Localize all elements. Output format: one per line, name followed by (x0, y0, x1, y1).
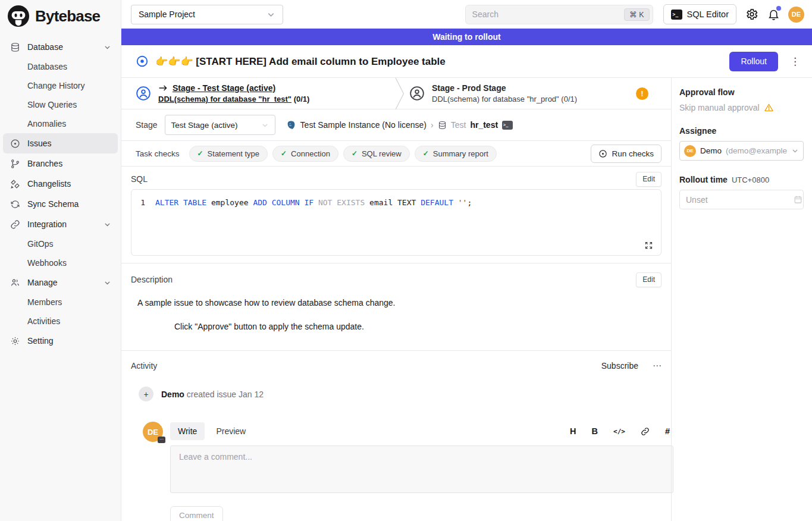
stage-label: Stage (136, 120, 158, 130)
approval-flow-title: Approval flow (679, 87, 804, 97)
timezone-label: UTC+0800 (732, 175, 769, 184)
description-paragraph: Click "Approve" button to apply the sche… (174, 321, 661, 332)
rollout-button[interactable]: Rollout (729, 52, 778, 71)
stage-name[interactable]: Stage - Prod Stage (432, 83, 577, 93)
run-checks-button[interactable]: Run checks (591, 145, 661, 163)
sql-statement: ALTER TABLE employee ADD COLUMN IF NOT E… (155, 197, 472, 209)
activity-label: Activity (131, 361, 157, 371)
sidebar-item-databases[interactable]: Databases (3, 57, 118, 76)
search-box[interactable]: ⌘ K (465, 5, 653, 24)
sidebar-item-members[interactable]: Members (3, 293, 118, 312)
tab-write[interactable]: Write (170, 422, 205, 440)
check-pill-summary-report[interactable]: ✓Summary report (415, 146, 497, 162)
bytebase-logo[interactable]: Bytebase (0, 0, 121, 32)
activity-date: Jan 12 (239, 390, 264, 399)
sidebar-item-change-history[interactable]: Change History (3, 76, 118, 95)
git-branch-icon (10, 158, 20, 169)
assignee-avatar: DE (684, 145, 696, 157)
database-cylinder-icon (438, 121, 447, 130)
description-edit-button[interactable]: Edit (636, 272, 661, 287)
sidebar-item-anomalies[interactable]: Anomalies (3, 114, 118, 133)
sidebar-item-database[interactable]: Database (3, 37, 118, 57)
link-format-icon[interactable] (641, 427, 650, 436)
rollout-time-input[interactable] (686, 195, 794, 205)
chevron-right-icon: › (431, 120, 434, 130)
assignee-email: (demo@example (726, 146, 787, 155)
issue-title: 👉👉👉 [START HERE] Add email column to Emp… (155, 55, 446, 68)
notification-bell-icon[interactable] (767, 8, 780, 21)
sql-edit-button[interactable]: Edit (636, 172, 661, 187)
stage-card-prod[interactable]: Stage - Prod Stage DDL(schema) for datab… (400, 83, 671, 103)
comment-submit-button[interactable]: Comment (170, 506, 223, 521)
sidebar-item-integration[interactable]: Integration (3, 214, 118, 234)
stage-name[interactable]: Stage - Test Stage (active) (173, 83, 275, 93)
hash-format-icon[interactable]: # (665, 426, 670, 436)
sql-editor-button[interactable]: >_ SQL Editor (663, 4, 736, 24)
stage-separator (395, 78, 405, 109)
more-options-icon[interactable]: ⋯ (653, 360, 661, 371)
issue-status-icon (136, 55, 149, 68)
run-checks-icon (598, 149, 607, 158)
sidebar-item-sync-schema[interactable]: Sync Schema (3, 194, 118, 214)
speech-bubble-badge: ⋯ (158, 437, 165, 443)
check-icon: ✓ (281, 149, 287, 158)
check-pill-sql-review[interactable]: ✓SQL review (343, 146, 410, 162)
activity-actor: Demo (161, 390, 184, 399)
kebab-menu-icon[interactable]: ⋮ (790, 55, 800, 68)
tab-preview[interactable]: Preview (208, 422, 253, 440)
users-icon (10, 277, 20, 288)
bold-format-icon[interactable]: B (592, 426, 598, 436)
comment-input[interactable] (170, 445, 673, 493)
sql-code-block[interactable]: 1 ALTER TABLE employee ADD COLUMN IF NOT… (131, 189, 661, 256)
arrow-right-icon (158, 84, 168, 92)
sidebar-item-setting[interactable]: Setting (3, 331, 118, 351)
assignee-select[interactable]: DE Demo (demo@example (679, 141, 804, 161)
main-area: Stage - Test Stage (active) DDL(schema) … (121, 78, 812, 521)
stage-select[interactable]: Test Stage (active) (165, 115, 275, 135)
stage-progress: (0/1) (294, 95, 310, 103)
heading-format-icon[interactable]: H (570, 426, 576, 436)
check-icon: ✓ (352, 149, 358, 158)
database-name[interactable]: hr_test (470, 120, 498, 130)
stage-card-test[interactable]: Stage - Test Stage (active) DDL(schema) … (121, 83, 400, 103)
notification-dot (776, 6, 781, 11)
project-select[interactable]: Sample Project (131, 5, 283, 24)
main-column: Stage - Test Stage (active) DDL(schema) … (121, 78, 671, 521)
activity-action: created issue (187, 390, 236, 399)
search-shortcut-badge: ⌘ K (624, 8, 649, 21)
rollout-time-field[interactable] (679, 190, 804, 209)
subscribe-link[interactable]: Subscribe (601, 361, 638, 371)
assignee-label: Assignee (679, 126, 804, 136)
instance-name[interactable]: Test Sample Instance (No license) (300, 120, 427, 130)
stage-task-link[interactable]: DDL(schema) for database "hr_test" (158, 95, 291, 103)
gear-icon (10, 335, 20, 346)
sidebar-item-webhooks[interactable]: Webhooks (3, 253, 118, 272)
settings-gear-icon[interactable] (745, 8, 758, 21)
sidebar-item-issues[interactable]: Issues (3, 133, 118, 153)
sidebar-item-activities[interactable]: Activities (3, 312, 118, 331)
search-input[interactable] (472, 10, 609, 19)
open-sql-editor-icon[interactable]: >_ (502, 121, 513, 130)
database-breadcrumb: Test Sample Instance (No license) › Test… (286, 120, 513, 130)
check-pill-connection[interactable]: ✓Connection (272, 146, 338, 162)
check-pill-statement-type[interactable]: ✓Statement type (189, 146, 268, 162)
sidebar-item-gitops[interactable]: GitOps (3, 234, 118, 253)
warning-triangle-icon (764, 103, 774, 112)
sql-section: SQL Edit 1 ALTER TABLE employee ADD COLU… (121, 167, 671, 263)
sidebar-item-branches[interactable]: Branches (3, 153, 118, 174)
approval-status: Skip manual approval (679, 103, 760, 112)
code-format-icon[interactable]: </> (613, 428, 625, 435)
sidebar-item-changelists[interactable]: Changelists (3, 174, 118, 194)
sidebar-item-slow-queries[interactable]: Slow Queries (3, 95, 118, 114)
description-section: Description Edit A sample issue to showc… (121, 263, 671, 351)
stage-select-row: Stage Test Stage (active) Test Sample In… (121, 109, 671, 141)
description-label: Description (131, 275, 173, 284)
assignee-name: Demo (700, 146, 722, 155)
status-banner: Waiting to rollout (121, 29, 812, 45)
comment-editor: DE ⋯ Write Preview H B </> (131, 401, 661, 521)
chevron-down-icon (104, 279, 111, 287)
sidebar-item-manage[interactable]: Manage (3, 272, 118, 293)
user-avatar[interactable]: DE (788, 7, 804, 23)
expand-icon[interactable] (644, 241, 653, 250)
check-icon: ✓ (423, 149, 429, 158)
